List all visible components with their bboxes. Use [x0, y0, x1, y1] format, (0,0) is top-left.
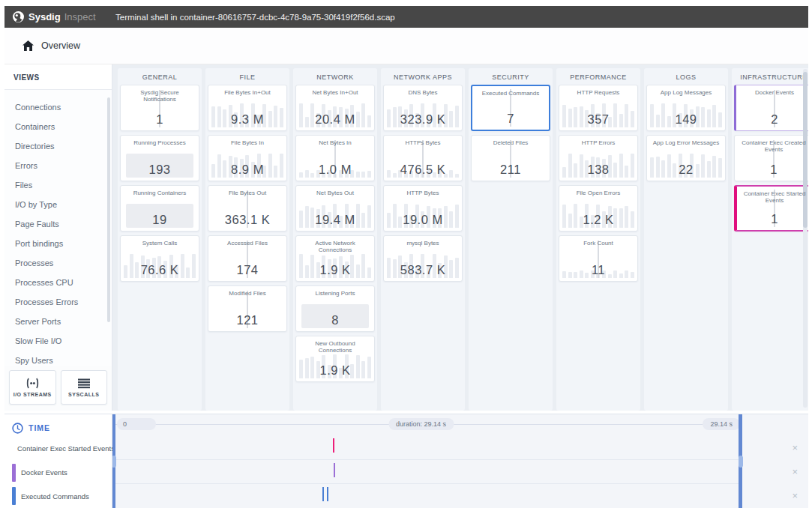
- timeline-legend: TIME Container Exec Started EventsDocker…: [4, 414, 112, 508]
- metric-card-net-bytes-in[interactable]: Net Bytes In1.0 M: [295, 135, 375, 181]
- metric-card-running-containers[interactable]: Running Containers19: [120, 185, 199, 232]
- legend-label: Docker Events: [21, 468, 67, 477]
- metric-card-file-bytes-in-out[interactable]: File Bytes In+Out9.3 M: [208, 85, 287, 131]
- button-label: SYSCALLS: [68, 392, 99, 397]
- column-header-performance: PERFORMANCE: [559, 68, 638, 85]
- column-header-network-apps: NETWORK APPS: [383, 68, 463, 85]
- metric-card-executed-commands[interactable]: Executed Commands7: [471, 85, 550, 131]
- metric-value: 19.0 M: [384, 213, 462, 227]
- metric-title: File Bytes In+Out: [208, 85, 286, 96]
- top-bar: Sysdig Inspect Terminal shell in contain…: [4, 6, 808, 28]
- metric-card-file-bytes-in[interactable]: File Bytes In8.9 M: [208, 135, 287, 181]
- sidebar-item-page-faults[interactable]: Page Faults: [4, 214, 112, 234]
- metric-value: 7: [472, 112, 549, 126]
- metric-value: 20.4 M: [296, 112, 374, 127]
- sidebar-item-server-ports[interactable]: Server Ports: [4, 312, 112, 331]
- syscalls-button[interactable]: SYSCALLS: [61, 370, 108, 405]
- sidebar-item-errors[interactable]: Errors: [4, 156, 112, 175]
- home-icon[interactable]: [22, 40, 34, 51]
- i-o-streams-button[interactable]: I/O STREAMS: [9, 370, 56, 405]
- metric-card-accessed-files[interactable]: Accessed Files174: [208, 235, 287, 282]
- metric-card-docker-events[interactable]: Docker Events2: [734, 85, 808, 131]
- sidebar-item-processes[interactable]: Processes: [4, 253, 112, 273]
- timeline-row-closers: ×××: [742, 435, 808, 508]
- metric-card-container-exec-created-events[interactable]: Container Exec Created Events1: [734, 135, 808, 181]
- metric-card-fork-count[interactable]: Fork Count11: [559, 235, 638, 282]
- metric-title: Executed Commands: [472, 86, 549, 97]
- event-tick: [327, 487, 328, 501]
- metric-value: 1: [121, 112, 199, 127]
- sidebar-item-spy-users[interactable]: Spy Users: [4, 351, 112, 366]
- sidebar-item-i-o-by-type[interactable]: I/O by Type: [4, 195, 112, 214]
- close-row-icon[interactable]: ×: [742, 459, 808, 483]
- metric-title: HTTP Bytes: [384, 186, 462, 196]
- column-header-logs: LOGS: [646, 68, 726, 85]
- breadcrumb-bar: Overview: [4, 28, 808, 64]
- metric-card-active-network-connections[interactable]: Active Network Connections1.9 K: [295, 235, 375, 282]
- column-infrastructure: INFRASTRUCTUREDocker Events2Container Ex…: [732, 68, 808, 411]
- breadcrumb-current[interactable]: Overview: [41, 40, 80, 51]
- sidebar-item-connections[interactable]: Connections: [4, 97, 112, 117]
- metric-title: File Bytes In: [208, 136, 286, 146]
- metric-value: 193: [121, 163, 199, 177]
- column-logs: LOGSApp Log Messages149App Log Error Mes…: [644, 68, 728, 411]
- column-network: NETWORKNet Bytes In+Out20.4 MNet Bytes I…: [293, 68, 377, 411]
- metric-card-system-calls[interactable]: System Calls76.6 K: [120, 235, 199, 282]
- metric-value: 8: [296, 313, 374, 327]
- selection-right-handle[interactable]: [739, 414, 742, 508]
- metric-card-http-bytes[interactable]: HTTP Bytes19.0 M: [383, 185, 463, 232]
- metric-card-file-open-errors[interactable]: File Open Errors1.2 K: [559, 185, 638, 232]
- metric-card-container-exec-started-events[interactable]: Container Exec Started Events1: [734, 185, 808, 232]
- event-tick: [333, 438, 334, 453]
- brand-name: Sysdig: [28, 11, 61, 22]
- drag-grip-icon: [112, 456, 116, 468]
- metric-value: 174: [208, 263, 286, 277]
- metric-card-new-outbound-connections[interactable]: New Outbound Connections1.9 K: [295, 336, 375, 382]
- capture-file-title: Terminal shell in container-80616757-dcb…: [115, 13, 395, 22]
- column-performance: PERFORMANCEHTTP Requests357HTTP Errors13…: [556, 68, 640, 411]
- metric-title: App Log Messages: [647, 85, 725, 96]
- ruler-start-label: 0: [117, 418, 156, 430]
- time-title: TIME: [28, 423, 50, 432]
- timeline-legend-container-exec-started-events: Container Exec Started Events: [4, 437, 112, 461]
- close-row-icon[interactable]: ×: [742, 435, 808, 459]
- sidebar-item-port-bindings[interactable]: Port bindings: [4, 234, 112, 253]
- brand: Sysdig Inspect: [4, 10, 115, 23]
- sidebar-scrollbar[interactable]: [107, 97, 110, 322]
- main-area: VIEWS ConnectionsContainersDirectoriesEr…: [4, 64, 808, 411]
- sidebar-item-slow-file-i-o[interactable]: Slow File I/O: [4, 331, 112, 351]
- metric-card-http-errors[interactable]: HTTP Errors138: [559, 135, 638, 181]
- metric-card-listening-ports[interactable]: Listening Ports8: [295, 285, 375, 332]
- sidebar-item-directories[interactable]: Directories: [4, 136, 112, 156]
- timeline-ruler: 0 duration: 29.14 s 29.14 s: [112, 414, 742, 435]
- time-panel: TIME Container Exec Started EventsDocker…: [4, 414, 808, 508]
- metric-card-modified-files[interactable]: Modified Files121: [208, 285, 287, 332]
- metric-card-file-bytes-out[interactable]: File Bytes Out363.1 K: [208, 185, 287, 232]
- metric-value: 476.5 K: [384, 163, 462, 177]
- close-row-icon[interactable]: ×: [742, 484, 808, 508]
- metric-card-net-bytes-in-out[interactable]: Net Bytes In+Out20.4 M: [295, 85, 375, 131]
- metric-title: DNS Bytes: [384, 85, 462, 96]
- metric-card-deleted-files[interactable]: Deleted Files211: [471, 135, 550, 181]
- metric-title: File Open Errors: [559, 186, 637, 196]
- clock-icon: [12, 423, 23, 434]
- metric-title: Accessed Files: [208, 236, 286, 247]
- selection-left-handle[interactable]: [112, 414, 115, 508]
- metric-card-http-requests[interactable]: HTTP Requests357: [559, 85, 638, 131]
- sidebar-item-processes-errors[interactable]: Processes Errors: [4, 292, 112, 312]
- metric-card-app-log-messages[interactable]: App Log Messages149: [646, 85, 726, 131]
- metric-card-running-processes[interactable]: Running Processes193: [120, 135, 199, 181]
- views-list: ConnectionsContainersDirectoriesErrorsFi…: [4, 90, 112, 366]
- metric-card-mysql-bytes[interactable]: mysql Bytes583.7 K: [383, 235, 463, 282]
- sidebar-item-files[interactable]: Files: [4, 175, 112, 195]
- metric-value: 2: [736, 112, 808, 127]
- metric-card-dns-bytes[interactable]: DNS Bytes323.9 K: [383, 85, 463, 131]
- sidebar-item-processes-cpu[interactable]: Processes CPU: [4, 273, 112, 292]
- sidebar-item-containers[interactable]: Containers: [4, 117, 112, 136]
- metric-card-app-log-error-messages[interactable]: App Log Error Messages22: [646, 135, 726, 181]
- event-tick: [334, 463, 335, 477]
- metric-card-net-bytes-out[interactable]: Net Bytes Out19.4 M: [295, 185, 375, 232]
- legend-items: Container Exec Started EventsDocker Even…: [4, 437, 112, 508]
- metric-card-sysdig-secure-notifications[interactable]: Sysdig Secure Notifications1: [120, 85, 199, 131]
- metric-card-https-bytes[interactable]: HTTPs Bytes476.5 K: [383, 135, 463, 181]
